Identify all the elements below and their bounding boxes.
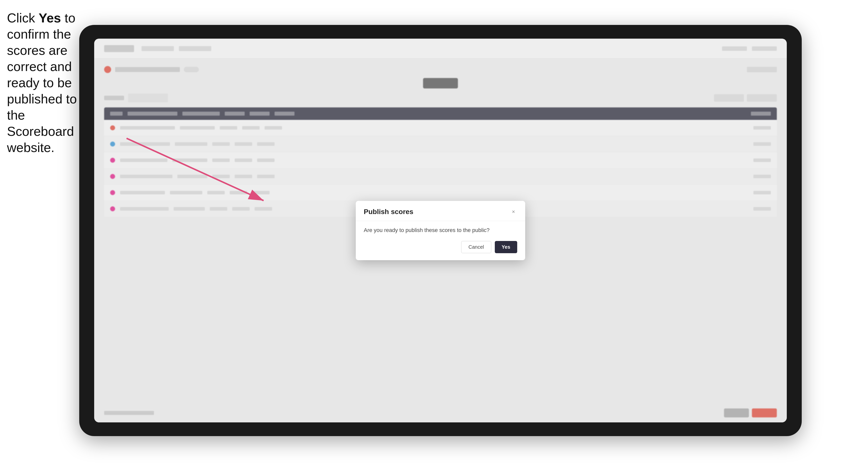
tablet-device: Publish scores × Are you ready to publis… xyxy=(79,25,802,436)
instruction-text: Click Yes to confirm the scores are corr… xyxy=(7,10,79,156)
cancel-button[interactable]: Cancel xyxy=(461,241,491,253)
modal-close-button[interactable]: × xyxy=(510,208,517,216)
modal-title: Publish scores xyxy=(364,208,413,216)
publish-modal: Publish scores × Are you ready to publis… xyxy=(356,201,525,260)
instruction-suffix: to confirm the scores are correct and re… xyxy=(7,11,77,155)
yes-button[interactable]: Yes xyxy=(495,241,517,253)
instruction-prefix: Click xyxy=(7,11,39,25)
modal-footer: Cancel Yes xyxy=(364,241,517,253)
tablet-screen: Publish scores × Are you ready to publis… xyxy=(94,39,787,423)
instruction-bold: Yes xyxy=(39,11,61,25)
modal-overlay: Publish scores × Are you ready to publis… xyxy=(94,39,787,423)
modal-header: Publish scores × xyxy=(356,201,525,221)
modal-message: Are you ready to publish these scores to… xyxy=(364,227,517,234)
modal-body: Are you ready to publish these scores to… xyxy=(356,221,525,260)
